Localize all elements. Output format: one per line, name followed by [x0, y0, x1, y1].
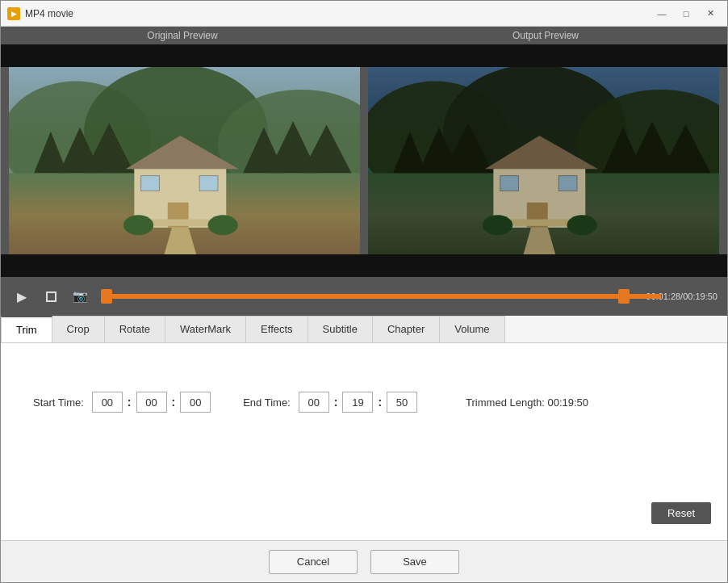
- end-minute-input[interactable]: [342, 392, 373, 413]
- trim-fields: Start Time: : : End Time: : :: [33, 392, 711, 413]
- timeline-left-handle[interactable]: [101, 289, 112, 304]
- end-time-group: End Time: : :: [243, 392, 417, 413]
- minimize-button[interactable]: —: [651, 6, 672, 22]
- tab-rotate[interactable]: Rotate: [104, 316, 165, 342]
- original-video: [9, 67, 360, 254]
- stop-button[interactable]: [40, 285, 62, 308]
- svg-point-19: [208, 215, 238, 235]
- video-area: Original Preview: [1, 27, 727, 316]
- close-button[interactable]: ✕: [700, 6, 721, 22]
- output-bottom-bar: [364, 254, 727, 277]
- camera-icon: 📷: [73, 289, 88, 304]
- play-icon: ▶: [17, 289, 27, 304]
- output-preview-label: Output Preview: [364, 27, 727, 44]
- play-button[interactable]: ▶: [10, 285, 33, 308]
- reset-area: Reset: [17, 486, 711, 524]
- tab-volume[interactable]: Volume: [439, 316, 504, 342]
- app-icon: ▶: [7, 7, 20, 20]
- title-bar: ▶ MP4 movie — □ ✕: [1, 1, 727, 27]
- original-scene-svg: [9, 67, 360, 254]
- controls-bar: ▶ 📷 00:01:28/00:19:50: [1, 277, 727, 316]
- start-time-group: Start Time: : :: [33, 392, 211, 413]
- tabs-area: Trim Crop Rotate WaterMark Effects Subti…: [1, 316, 727, 540]
- original-bottom-bar: [1, 254, 364, 277]
- cancel-button[interactable]: Cancel: [269, 550, 358, 574]
- start-sep-1: :: [128, 396, 132, 409]
- timeline[interactable]: [101, 294, 630, 299]
- stop-icon: [46, 292, 56, 302]
- svg-rect-14: [141, 176, 160, 191]
- original-preview-label: Original Preview: [1, 27, 364, 44]
- tab-trim[interactable]: Trim: [1, 316, 52, 342]
- tab-chapter[interactable]: Chapter: [372, 316, 440, 342]
- end-sep-1: :: [334, 396, 338, 409]
- preview-panels: Original Preview: [1, 27, 727, 277]
- maximize-button[interactable]: □: [676, 6, 697, 22]
- output-preview-panel: Output Preview: [364, 27, 727, 277]
- output-scene: [368, 67, 719, 254]
- start-second-input[interactable]: [180, 392, 211, 413]
- svg-rect-35: [559, 176, 577, 191]
- svg-point-18: [123, 215, 153, 235]
- svg-rect-15: [199, 176, 218, 191]
- timeline-right-handle[interactable]: [618, 289, 630, 304]
- end-time-label: End Time:: [243, 396, 291, 409]
- start-minute-input[interactable]: [136, 392, 167, 413]
- svg-point-38: [483, 215, 513, 235]
- tab-bar: Trim Crop Rotate WaterMark Effects Subti…: [1, 316, 727, 343]
- reset-button[interactable]: Reset: [651, 502, 711, 524]
- start-time-label: Start Time:: [33, 396, 84, 409]
- tab-watermark[interactable]: WaterMark: [165, 316, 246, 342]
- tab-crop[interactable]: Crop: [52, 316, 105, 342]
- tab-subtitle[interactable]: Subtitle: [308, 316, 373, 342]
- save-button[interactable]: Save: [370, 550, 459, 574]
- end-second-input[interactable]: [387, 392, 417, 413]
- output-video: [368, 67, 719, 254]
- output-top-bar: [364, 44, 727, 67]
- original-preview-panel: Original Preview: [1, 27, 364, 277]
- trim-tab-content: Start Time: : : End Time: : :: [1, 343, 727, 540]
- svg-point-39: [567, 215, 597, 235]
- svg-rect-34: [500, 176, 519, 191]
- end-hour-input[interactable]: [299, 392, 329, 413]
- bottom-bar: Cancel Save: [1, 540, 727, 582]
- trimmed-length: Trimmed Length: 00:19:50: [466, 396, 588, 409]
- start-sep-2: :: [172, 396, 176, 409]
- window-controls: — □ ✕: [651, 6, 721, 22]
- original-scene: [9, 67, 360, 254]
- original-top-bar: [1, 44, 364, 67]
- main-window: ▶ MP4 movie — □ ✕ Original Preview: [0, 0, 728, 583]
- output-scene-svg: [368, 67, 719, 254]
- tab-effects[interactable]: Effects: [245, 316, 308, 342]
- window-title: MP4 movie: [25, 8, 651, 19]
- start-hour-input[interactable]: [92, 392, 123, 413]
- timeline-range: [112, 294, 661, 299]
- end-sep-2: :: [378, 396, 382, 409]
- screenshot-button[interactable]: 📷: [69, 285, 91, 308]
